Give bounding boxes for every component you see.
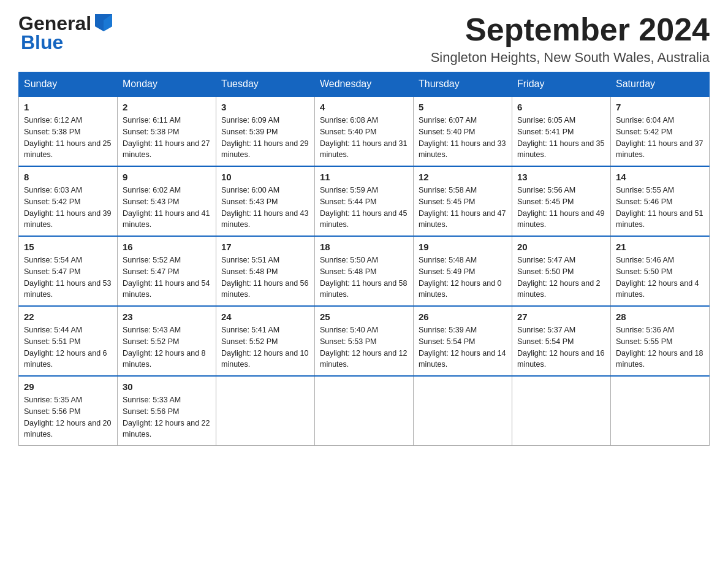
logo-flag-icon bbox=[93, 12, 115, 34]
calendar-header-row: Sunday Monday Tuesday Wednesday Thursday… bbox=[19, 72, 710, 97]
daylight-label: Daylight: 12 hours and 20 minutes. bbox=[24, 419, 111, 439]
table-row bbox=[611, 376, 710, 446]
sunrise-label: Sunrise: 5:40 AM bbox=[320, 326, 378, 334]
day-info: Sunrise: 5:33 AM Sunset: 5:56 PM Dayligh… bbox=[123, 394, 211, 440]
table-row: 28 Sunrise: 5:36 AM Sunset: 5:55 PM Dayl… bbox=[611, 306, 710, 376]
day-info: Sunrise: 5:55 AM Sunset: 5:46 PM Dayligh… bbox=[616, 185, 704, 231]
daylight-label: Daylight: 12 hours and 18 minutes. bbox=[616, 349, 703, 369]
day-info: Sunrise: 5:40 AM Sunset: 5:53 PM Dayligh… bbox=[320, 324, 408, 370]
day-number: 16 bbox=[123, 242, 211, 252]
day-number: 17 bbox=[221, 242, 309, 252]
day-number: 23 bbox=[123, 312, 211, 322]
sunset-label: Sunset: 5:53 PM bbox=[320, 337, 376, 346]
table-row bbox=[512, 376, 611, 446]
sunrise-label: Sunrise: 5:41 AM bbox=[221, 326, 279, 334]
daylight-label: Daylight: 11 hours and 33 minutes. bbox=[419, 139, 506, 159]
sunset-label: Sunset: 5:50 PM bbox=[616, 267, 672, 276]
daylight-label: Daylight: 11 hours and 37 minutes. bbox=[616, 139, 703, 159]
sunrise-label: Sunrise: 5:47 AM bbox=[517, 256, 575, 264]
table-row: 29 Sunrise: 5:35 AM Sunset: 5:56 PM Dayl… bbox=[19, 376, 118, 446]
sunset-label: Sunset: 5:48 PM bbox=[221, 267, 278, 276]
day-info: Sunrise: 6:08 AM Sunset: 5:40 PM Dayligh… bbox=[320, 115, 408, 161]
daylight-label: Daylight: 12 hours and 2 minutes. bbox=[517, 279, 601, 299]
table-row: 23 Sunrise: 5:43 AM Sunset: 5:52 PM Dayl… bbox=[118, 306, 216, 376]
table-row: 19 Sunrise: 5:48 AM Sunset: 5:49 PM Dayl… bbox=[414, 236, 512, 306]
daylight-label: Daylight: 12 hours and 16 minutes. bbox=[517, 349, 604, 369]
table-row: 11 Sunrise: 5:59 AM Sunset: 5:44 PM Dayl… bbox=[315, 166, 414, 236]
day-number: 12 bbox=[419, 172, 507, 182]
day-number: 30 bbox=[123, 381, 211, 392]
day-number: 29 bbox=[24, 381, 112, 392]
table-row: 27 Sunrise: 5:37 AM Sunset: 5:54 PM Dayl… bbox=[512, 306, 611, 376]
sunrise-label: Sunrise: 5:39 AM bbox=[419, 326, 477, 334]
day-info: Sunrise: 5:58 AM Sunset: 5:45 PM Dayligh… bbox=[419, 185, 507, 231]
daylight-label: Daylight: 12 hours and 0 minutes. bbox=[419, 279, 502, 299]
sunrise-label: Sunrise: 5:37 AM bbox=[517, 326, 575, 334]
logo-blue-text: Blue bbox=[21, 31, 63, 54]
table-row: 5 Sunrise: 6:07 AM Sunset: 5:40 PM Dayli… bbox=[414, 96, 512, 166]
location-subheading: Singleton Heights, New South Wales, Aust… bbox=[431, 50, 710, 66]
day-number: 6 bbox=[517, 102, 605, 112]
day-number: 18 bbox=[320, 242, 408, 252]
col-monday: Monday bbox=[118, 72, 216, 97]
sunset-label: Sunset: 5:42 PM bbox=[616, 128, 672, 136]
table-row: 7 Sunrise: 6:04 AM Sunset: 5:42 PM Dayli… bbox=[611, 96, 710, 166]
sunrise-label: Sunrise: 5:44 AM bbox=[24, 326, 82, 334]
sunset-label: Sunset: 5:55 PM bbox=[616, 337, 672, 346]
sunset-label: Sunset: 5:46 PM bbox=[616, 197, 672, 206]
sunrise-label: Sunrise: 6:09 AM bbox=[221, 116, 279, 124]
sunset-label: Sunset: 5:47 PM bbox=[123, 267, 179, 276]
day-number: 4 bbox=[320, 102, 408, 112]
table-row: 13 Sunrise: 5:56 AM Sunset: 5:45 PM Dayl… bbox=[512, 166, 611, 236]
day-info: Sunrise: 5:46 AM Sunset: 5:50 PM Dayligh… bbox=[616, 255, 704, 301]
day-info: Sunrise: 5:36 AM Sunset: 5:55 PM Dayligh… bbox=[616, 324, 704, 370]
daylight-label: Daylight: 11 hours and 49 minutes. bbox=[517, 209, 604, 229]
day-number: 26 bbox=[419, 312, 507, 322]
day-number: 28 bbox=[616, 312, 704, 322]
day-info: Sunrise: 6:00 AM Sunset: 5:43 PM Dayligh… bbox=[221, 185, 309, 231]
col-saturday: Saturday bbox=[611, 72, 710, 97]
table-row: 1 Sunrise: 6:12 AM Sunset: 5:38 PM Dayli… bbox=[19, 96, 118, 166]
table-row: 9 Sunrise: 6:02 AM Sunset: 5:43 PM Dayli… bbox=[118, 166, 216, 236]
calendar-week-row: 8 Sunrise: 6:03 AM Sunset: 5:42 PM Dayli… bbox=[19, 166, 710, 236]
day-number: 3 bbox=[221, 102, 309, 112]
daylight-label: Daylight: 11 hours and 25 minutes. bbox=[24, 139, 111, 159]
daylight-label: Daylight: 11 hours and 45 minutes. bbox=[320, 209, 407, 229]
calendar-week-row: 1 Sunrise: 6:12 AM Sunset: 5:38 PM Dayli… bbox=[19, 96, 710, 166]
table-row: 30 Sunrise: 5:33 AM Sunset: 5:56 PM Dayl… bbox=[118, 376, 216, 446]
daylight-label: Daylight: 11 hours and 39 minutes. bbox=[24, 209, 111, 229]
sunset-label: Sunset: 5:43 PM bbox=[221, 197, 278, 206]
day-info: Sunrise: 5:56 AM Sunset: 5:45 PM Dayligh… bbox=[517, 185, 605, 231]
day-number: 9 bbox=[123, 172, 211, 182]
day-info: Sunrise: 5:41 AM Sunset: 5:52 PM Dayligh… bbox=[221, 324, 309, 370]
table-row: 16 Sunrise: 5:52 AM Sunset: 5:47 PM Dayl… bbox=[118, 236, 216, 306]
daylight-label: Daylight: 12 hours and 4 minutes. bbox=[616, 279, 699, 299]
day-number: 1 bbox=[24, 102, 112, 112]
sunrise-label: Sunrise: 6:08 AM bbox=[320, 116, 378, 124]
sunset-label: Sunset: 5:45 PM bbox=[419, 197, 475, 206]
calendar-table: Sunday Monday Tuesday Wednesday Thursday… bbox=[18, 72, 710, 446]
col-sunday: Sunday bbox=[19, 72, 118, 97]
day-number: 27 bbox=[517, 312, 605, 322]
daylight-label: Daylight: 11 hours and 29 minutes. bbox=[221, 139, 308, 159]
day-info: Sunrise: 5:37 AM Sunset: 5:54 PM Dayligh… bbox=[517, 324, 605, 370]
day-info: Sunrise: 5:54 AM Sunset: 5:47 PM Dayligh… bbox=[24, 255, 112, 301]
sunrise-label: Sunrise: 6:05 AM bbox=[517, 116, 575, 124]
day-number: 8 bbox=[24, 172, 112, 182]
sunrise-label: Sunrise: 5:58 AM bbox=[419, 186, 477, 194]
sunrise-label: Sunrise: 6:11 AM bbox=[123, 116, 181, 124]
col-friday: Friday bbox=[512, 72, 611, 97]
calendar-week-row: 22 Sunrise: 5:44 AM Sunset: 5:51 PM Dayl… bbox=[19, 306, 710, 376]
day-number: 25 bbox=[320, 312, 408, 322]
page-header: General Blue September 2024 Singleton He… bbox=[18, 12, 710, 66]
sunset-label: Sunset: 5:48 PM bbox=[320, 267, 376, 276]
day-number: 7 bbox=[616, 102, 704, 112]
table-row: 24 Sunrise: 5:41 AM Sunset: 5:52 PM Dayl… bbox=[216, 306, 315, 376]
sunrise-label: Sunrise: 6:04 AM bbox=[616, 116, 674, 124]
sunset-label: Sunset: 5:39 PM bbox=[221, 128, 278, 136]
sunrise-label: Sunrise: 5:36 AM bbox=[616, 326, 674, 334]
month-year-heading: September 2024 bbox=[431, 12, 710, 47]
sunrise-label: Sunrise: 5:55 AM bbox=[616, 186, 674, 194]
table-row: 6 Sunrise: 6:05 AM Sunset: 5:41 PM Dayli… bbox=[512, 96, 611, 166]
logo: General Blue bbox=[18, 12, 115, 54]
